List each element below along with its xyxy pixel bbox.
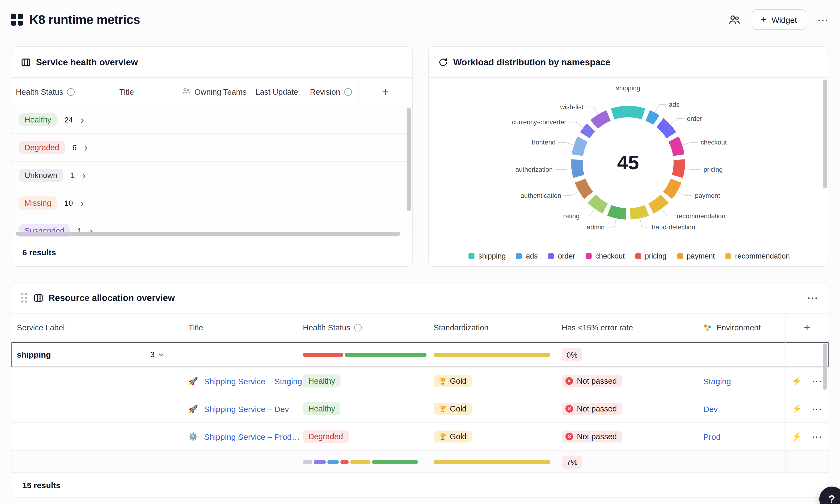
legend-label: shipping <box>478 252 506 260</box>
resource-rows-container: shipping 3 › 0% 🚀Shipping Service – Stag… <box>12 342 828 472</box>
row-more-icon[interactable]: ⋯ <box>812 430 823 443</box>
bolt-icon[interactable]: ⚡ <box>791 404 802 414</box>
status-count: 10 <box>64 199 73 208</box>
donut-segment-pricing[interactable] <box>677 160 679 177</box>
donut-segment-order[interactable] <box>660 123 671 135</box>
column-health-status: Health Status i <box>16 87 119 96</box>
donut-label: authorization <box>515 166 553 173</box>
donut-segment-rating[interactable] <box>592 199 605 209</box>
status-badge: Healthy <box>303 402 340 415</box>
donut-center-value: 45 <box>617 151 639 174</box>
donut-label: order <box>687 115 702 122</box>
error-rate-badge: ✕Not passed <box>562 403 623 415</box>
error-rate-badge: 0% <box>562 348 582 361</box>
status-badge: Healthy <box>303 375 340 388</box>
donut-label: currency-converter <box>512 119 566 126</box>
legend-label: recommendation <box>735 252 790 260</box>
donut-label: rating <box>563 212 580 220</box>
environment-link[interactable]: Staging <box>703 376 731 385</box>
card-title: Service health overview <box>36 57 138 67</box>
resource-allocation-card: Resource allocation overview ⋯ Service L… <box>11 282 829 498</box>
environment-link[interactable]: Dev <box>703 404 718 413</box>
donut-chart: shippingadsordercheckoutpricingpaymentre… <box>429 78 829 267</box>
standardization-badge: 🏆Gold <box>434 403 472 415</box>
column-health-status: Health Status i <box>303 323 434 332</box>
legend-swatch <box>677 253 683 259</box>
add-column-button[interactable]: + <box>785 313 828 341</box>
chevron-right-icon[interactable]: › <box>84 142 88 153</box>
group-row-partial[interactable]: 7% <box>12 451 828 472</box>
table-row: 🚀Shipping Service – DevHealthy🏆Gold✕Not … <box>12 395 828 423</box>
vertical-scrollbar[interactable] <box>407 108 411 211</box>
workload-legend: shippingadsordercheckoutpricingpaymentre… <box>429 252 829 260</box>
donut-label: frontend <box>532 139 556 146</box>
chevron-right-icon[interactable]: › <box>81 114 84 125</box>
status-count: 24 <box>64 115 73 124</box>
group-row-shipping[interactable]: shipping 3 › 0% <box>12 342 828 367</box>
donut-segment-recommendation[interactable] <box>651 199 665 209</box>
donut-label: ads <box>669 101 680 108</box>
chevron-down-icon[interactable]: › <box>157 353 167 357</box>
donut-segment-fraud-detection[interactable] <box>630 210 647 214</box>
service-health-card: Service health overview Health Status i … <box>11 46 413 267</box>
row-more-icon[interactable]: ⋯ <box>812 402 823 415</box>
donut-segment-authorization[interactable] <box>577 160 579 177</box>
chevron-right-icon[interactable]: › <box>83 170 86 180</box>
standardization-label: Gold <box>450 404 466 413</box>
service-link[interactable]: Shipping Service – Dev <box>204 404 289 413</box>
status-badge: Missing <box>19 197 57 210</box>
horizontal-scrollbar[interactable] <box>16 232 400 236</box>
card-title: Workload distribution by namespace <box>453 57 610 67</box>
donut-segment-shipping[interactable] <box>613 112 643 114</box>
x-circle-icon: ✕ <box>565 433 573 440</box>
service-link[interactable]: Shipping Service – Producti… <box>204 432 303 441</box>
legend-swatch <box>585 253 591 259</box>
page-title: K8 runtime metrics <box>30 12 140 27</box>
workload-card: Workload distribution by namespace shipp… <box>428 46 829 267</box>
info-icon[interactable]: i <box>354 324 362 331</box>
label-leader-line <box>582 210 594 216</box>
drag-handle-icon[interactable] <box>21 293 27 303</box>
error-rate-label: Not passed <box>577 377 617 385</box>
legend-item: order <box>548 252 575 260</box>
donut-segment-authentication[interactable] <box>580 181 589 195</box>
legend-item: ads <box>516 252 538 260</box>
legend-label: checkout <box>595 252 625 260</box>
table-row: Missing10› <box>12 190 413 217</box>
donut-label: checkout <box>701 139 727 146</box>
plus-icon: + <box>761 15 767 24</box>
donut-segment-ads[interactable] <box>648 115 657 120</box>
share-users-icon[interactable] <box>728 13 741 26</box>
card-more-icon[interactable]: ⋯ <box>807 292 819 303</box>
info-icon[interactable]: i <box>67 88 75 95</box>
vertical-scrollbar[interactable] <box>823 343 827 390</box>
column-title: Title <box>119 87 182 96</box>
add-column-button[interactable]: + <box>358 78 413 106</box>
status-badge: Degraded <box>303 430 348 443</box>
donut-segment-admin[interactable] <box>609 210 626 214</box>
vertical-scrollbar[interactable] <box>823 79 827 188</box>
x-circle-icon: ✕ <box>565 377 573 385</box>
status-badge: Unknown <box>19 169 63 182</box>
chevron-right-icon[interactable]: › <box>80 198 84 208</box>
column-last-update: Last Update <box>256 87 310 96</box>
add-widget-label: Widget <box>772 15 797 24</box>
info-icon[interactable]: i <box>344 88 352 95</box>
row-more-icon[interactable]: ⋯ <box>812 375 823 387</box>
donut-segment-currency-converter[interactable] <box>585 128 591 135</box>
service-link[interactable]: Shipping Service – Staging <box>204 376 302 385</box>
table-row: 🚀Shipping Service – StagingHealthy🏆Gold✕… <box>12 367 828 395</box>
refresh-icon <box>439 57 448 67</box>
donut-segment-checkout[interactable] <box>673 139 679 155</box>
bolt-icon[interactable]: ⚡ <box>791 376 802 386</box>
service-health-table-body: Healthy24›Degraded6›Unknown1›Missing10›S… <box>12 106 413 238</box>
topbar-actions: + Widget ⋯ <box>728 9 829 30</box>
environment-link[interactable]: Prod <box>703 432 720 441</box>
donut-segment-frontend[interactable] <box>577 139 583 155</box>
add-widget-button[interactable]: + Widget <box>752 9 806 30</box>
donut-segment-wish-list[interactable] <box>594 115 609 124</box>
error-rate-label: Not passed <box>577 404 617 413</box>
bolt-icon[interactable]: ⚡ <box>791 432 802 442</box>
more-menu-icon[interactable]: ⋯ <box>817 14 829 25</box>
donut-segment-payment[interactable] <box>668 181 676 195</box>
